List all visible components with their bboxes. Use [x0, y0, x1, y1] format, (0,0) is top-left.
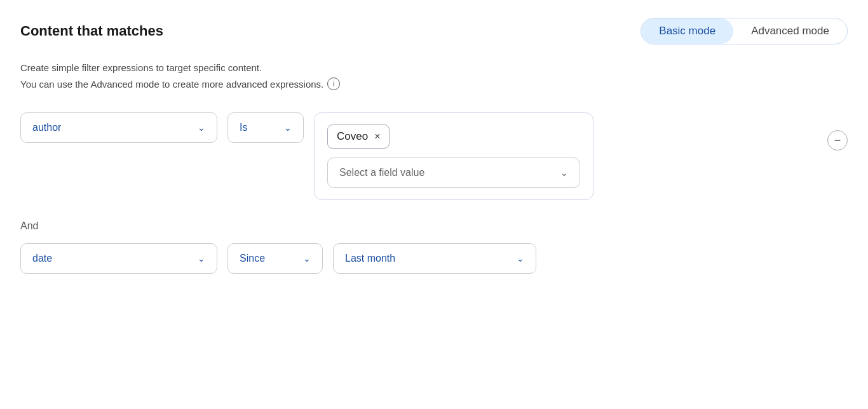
- remove-filter-button[interactable]: −: [827, 130, 848, 151]
- operator-chevron-is: ⌄: [284, 123, 292, 133]
- value-label-lastmonth: Last month: [345, 253, 395, 264]
- field-label-author: author: [32, 122, 61, 133]
- tag-close-button[interactable]: ×: [374, 131, 380, 142]
- and-label: And: [20, 220, 848, 232]
- filter-row-2: date ⌄ Since ⌄ Last month ⌄: [20, 243, 848, 274]
- field-dropdown-date[interactable]: date ⌄: [20, 243, 217, 274]
- description-line1: Create simple filter expressions to targ…: [20, 60, 848, 76]
- info-icon[interactable]: i: [327, 77, 340, 90]
- field-chevron-date: ⌄: [198, 253, 205, 264]
- field-label-date: date: [32, 253, 52, 264]
- description-block: Create simple filter expressions to targ…: [20, 60, 848, 92]
- page-title: Content that matches: [20, 23, 163, 39]
- operator-label-is: Is: [240, 122, 247, 133]
- value-container: Coveo × Select a field value ⌄: [314, 112, 593, 200]
- field-dropdown-author[interactable]: author ⌄: [20, 112, 217, 143]
- description-line2-row: You can use the Advanced mode to create …: [20, 76, 848, 93]
- field-value-placeholder: Select a field value: [339, 167, 424, 178]
- filter-row-1: author ⌄ Is ⌄ Coveo × Select a field val…: [20, 112, 848, 200]
- operator-dropdown-is[interactable]: Is ⌄: [227, 112, 304, 143]
- header-row: Content that matches Basic mode Advanced…: [20, 18, 848, 44]
- advanced-mode-button[interactable]: Advanced mode: [733, 18, 847, 44]
- mode-toggle: Basic mode Advanced mode: [641, 18, 848, 44]
- operator-dropdown-since[interactable]: Since ⌄: [227, 243, 323, 274]
- description-line2: You can use the Advanced mode to create …: [20, 76, 323, 93]
- value-dropdown-lastmonth[interactable]: Last month ⌄: [333, 243, 536, 274]
- field-value-chevron: ⌄: [560, 168, 568, 178]
- tag-coveo: Coveo ×: [327, 124, 390, 149]
- basic-mode-button[interactable]: Basic mode: [641, 18, 733, 44]
- operator-chevron-since: ⌄: [303, 253, 311, 264]
- field-value-dropdown[interactable]: Select a field value ⌄: [327, 158, 580, 188]
- value-chevron-lastmonth: ⌄: [517, 253, 524, 264]
- operator-label-since: Since: [240, 253, 265, 264]
- field-chevron-author: ⌄: [198, 123, 205, 133]
- tag-value: Coveo: [337, 130, 368, 143]
